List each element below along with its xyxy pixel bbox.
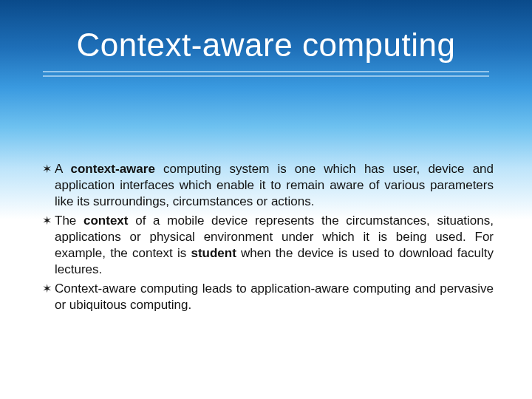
bullet-text: A context-aware computing system is one … [55,161,494,210]
bullet-item: ✶ A context-aware computing system is on… [38,161,494,210]
title-underline [43,71,489,77]
text-span: The [55,214,83,228]
bullet-item: ✶ Context-aware computing leads to appli… [38,281,494,313]
bold-span: student [191,246,236,260]
bullet-item: ✶ The context of a mobile device represe… [38,213,494,278]
bullet-text: The context of a mobile device represent… [55,213,494,278]
text-span: Context-aware computing leads to applica… [55,282,494,312]
text-span: A [55,162,71,176]
slide: Context-aware computing ✶ A context-awar… [0,0,532,399]
bullet-text: Context-aware computing leads to applica… [55,281,494,313]
bold-span: context [83,214,128,228]
slide-title: Context-aware computing [77,27,456,64]
title-block: Context-aware computing [0,0,532,77]
content-area: ✶ A context-aware computing system is on… [38,161,494,316]
bullet-marker-icon: ✶ [38,213,55,229]
bold-span: context-aware [71,162,155,176]
bullet-marker-icon: ✶ [38,161,55,177]
bullet-marker-icon: ✶ [38,281,55,297]
